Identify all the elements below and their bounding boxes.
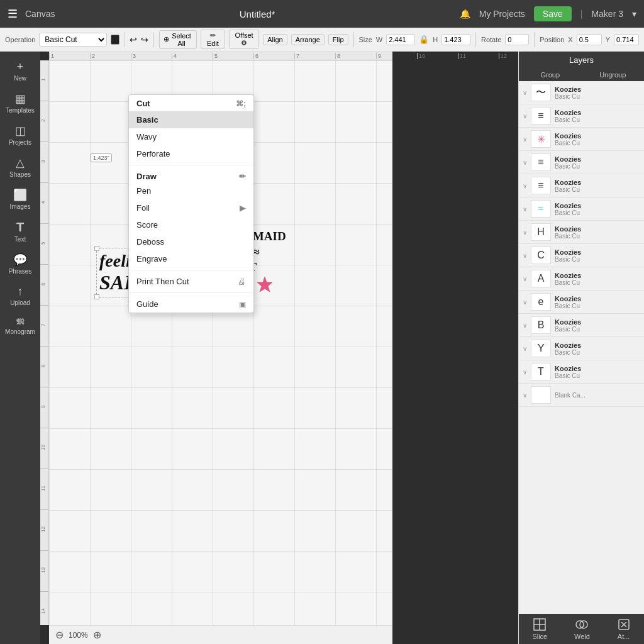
ruler-mark: 10 (417, 53, 458, 59)
layer-expand-chevron[interactable]: ∨ (523, 275, 527, 282)
flip-button[interactable]: Flip (328, 34, 348, 45)
menu-deboss-item[interactable]: Deboss (129, 233, 253, 250)
maker-label[interactable]: Maker 3 (591, 9, 623, 19)
layer-expand-chevron[interactable]: ∨ (523, 299, 527, 306)
sidebar-item-new[interactable]: + New (3, 57, 38, 86)
sidebar-item-images[interactable]: ⬜ Images (3, 184, 38, 214)
ruler-mark: 3 (131, 53, 172, 59)
main-area: + New ▦ Templates ◫ Projects △ Shapes ⬜ … (0, 52, 644, 644)
layer-expand-chevron[interactable]: ∨ (523, 345, 527, 352)
ruler-mark: 5 (213, 53, 253, 59)
bottom-actions: Slice Weld At... (519, 614, 644, 644)
layer-expand-chevron[interactable]: ∨ (523, 159, 527, 166)
sidebar-item-projects[interactable]: ◫ Projects (3, 120, 38, 150)
align-button[interactable]: Align (263, 34, 287, 45)
context-menu: Cut ⌘; Basic Wavy Perforate Draw ✏ Pen F… (128, 94, 254, 313)
menu-score-item[interactable]: Score (129, 216, 253, 233)
layer-expand-chevron[interactable]: ∨ (523, 206, 527, 213)
sidebar-item-shapes[interactable]: △ Shapes (3, 152, 38, 182)
menu-guide-item[interactable]: Guide ▣ (129, 296, 253, 313)
menu-wavy-item[interactable]: Wavy (129, 128, 253, 145)
rotate-label: Rotate (481, 36, 501, 43)
menu-foil-item[interactable]: Foil ▶ (129, 199, 253, 216)
y-input[interactable] (614, 34, 639, 45)
slice-button[interactable]: Slice (532, 618, 547, 640)
sidebar-item-text[interactable]: T Text (3, 216, 38, 247)
edit-button[interactable]: ✏ Edit (201, 30, 225, 49)
operation-select[interactable]: Basic Cut Wavy Perforate Draw Score Engr… (39, 33, 107, 47)
sidebar-item-phrases[interactable]: 💬 Phrases (3, 249, 38, 279)
ruler-mark: 9 (376, 53, 417, 59)
separator: | (580, 9, 583, 19)
layer-expand-chevron[interactable]: ∨ (523, 252, 527, 259)
layer-row[interactable]: ∨TKooziesBasic Cu (519, 360, 644, 384)
redo-button[interactable]: ↪ (141, 35, 148, 45)
lock-icon[interactable]: 🔒 (419, 35, 429, 44)
layer-row[interactable]: ∨≈KooziesBasic Cu (519, 197, 644, 221)
layer-expand-chevron[interactable]: ∨ (523, 369, 527, 375)
ruler-mark: 12 (499, 53, 518, 59)
hamburger-icon[interactable]: ☰ (8, 7, 18, 21)
layer-icon: 〜 (536, 86, 546, 99)
layer-row[interactable]: ∨YKooziesBasic Cu (519, 337, 644, 360)
layer-row[interactable]: ∨≡KooziesBasic Cu (519, 174, 644, 197)
menu-pen-item[interactable]: Pen (129, 182, 253, 199)
layer-subtitle: Basic Cu (555, 93, 640, 100)
canvas-wrapper: 1 2 3 4 5 6 7 8 9 10 11 12 13 1 2 3 4 (40, 52, 518, 644)
ruler-mark: 1 (49, 53, 90, 59)
layer-row[interactable]: ∨≡KooziesBasic Cu (519, 151, 644, 174)
my-projects-link[interactable]: My Projects (479, 9, 525, 19)
layer-title: Koozies (555, 318, 640, 326)
layer-thumbnail: H (531, 223, 551, 241)
zoom-in-button[interactable]: ⊕ (93, 629, 101, 641)
weld-button[interactable]: Weld (574, 618, 590, 640)
sidebar-item-monogram[interactable]: 𝕸 Monogram (3, 313, 38, 339)
layer-row[interactable]: ∨HKooziesBasic Cu (519, 221, 644, 244)
sidebar-item-upload[interactable]: ↑ Upload (3, 281, 38, 310)
layer-expand-chevron[interactable]: ∨ (523, 136, 527, 143)
layer-row[interactable]: ∨BKooziesBasic Cu (519, 314, 644, 337)
zoom-out-button[interactable]: ⊖ (55, 629, 64, 641)
x-input[interactable] (577, 34, 602, 45)
layer-expand-chevron[interactable]: ∨ (523, 229, 527, 236)
layer-row[interactable]: ∨eKooziesBasic Cu (519, 291, 644, 314)
color-swatch[interactable] (111, 35, 119, 45)
layer-expand-chevron[interactable]: ∨ (523, 182, 527, 189)
sidebar-item-templates[interactable]: ▦ Templates (3, 88, 38, 118)
layer-row[interactable]: ∨〜KooziesBasic Cu (519, 81, 644, 104)
bell-icon[interactable]: 🔔 (460, 9, 470, 19)
ungroup-button[interactable]: Ungroup (582, 69, 645, 81)
layer-subtitle: Basic Cu (555, 326, 640, 333)
layer-expand-chevron[interactable]: ∨ (523, 113, 527, 119)
layer-expand-chevron[interactable]: ∨ (523, 322, 527, 329)
layer-row[interactable]: ∨CKooziesBasic Cu (519, 244, 644, 267)
group-button[interactable]: Group (519, 69, 582, 81)
menu-print-then-cut-item[interactable]: Print Then Cut 🖨 (129, 273, 253, 290)
rotate-input[interactable] (505, 34, 529, 45)
layer-title: Koozies (555, 295, 640, 303)
layer-row[interactable]: ∨AKooziesBasic Cu (519, 267, 644, 291)
layer-row[interactable]: ∨Blank Ca... (519, 384, 644, 407)
layer-thumbnail: B (531, 316, 551, 334)
layer-icon: ≡ (538, 110, 543, 121)
menu-perforate-item[interactable]: Perforate (129, 145, 253, 162)
ruler-mark: 4 (172, 53, 213, 59)
layer-expand-chevron[interactable]: ∨ (523, 392, 527, 399)
arrange-button[interactable]: Arrange (291, 34, 325, 45)
undo-button[interactable]: ↩ (130, 35, 137, 45)
layer-row[interactable]: ∨✳KooziesBasic Cu (519, 128, 644, 151)
layer-icon: C (537, 250, 545, 261)
offset-button[interactable]: Offset ⚙ (229, 30, 259, 49)
layer-row[interactable]: ∨≡KooziesBasic Cu (519, 104, 644, 128)
select-all-button[interactable]: ⊕ Select All (159, 30, 197, 49)
position-label: Position (540, 36, 564, 43)
save-button[interactable]: Save (534, 6, 572, 21)
menu-basic-item[interactable]: Basic (129, 111, 253, 128)
layer-expand-chevron[interactable]: ∨ (523, 89, 527, 96)
attach-button[interactable]: At... (617, 618, 631, 640)
layer-title: Koozies (555, 225, 640, 233)
attach-icon (617, 618, 631, 631)
menu-engrave-item[interactable]: Engrave (129, 250, 253, 267)
height-input[interactable] (441, 34, 470, 45)
width-input[interactable] (386, 34, 415, 45)
